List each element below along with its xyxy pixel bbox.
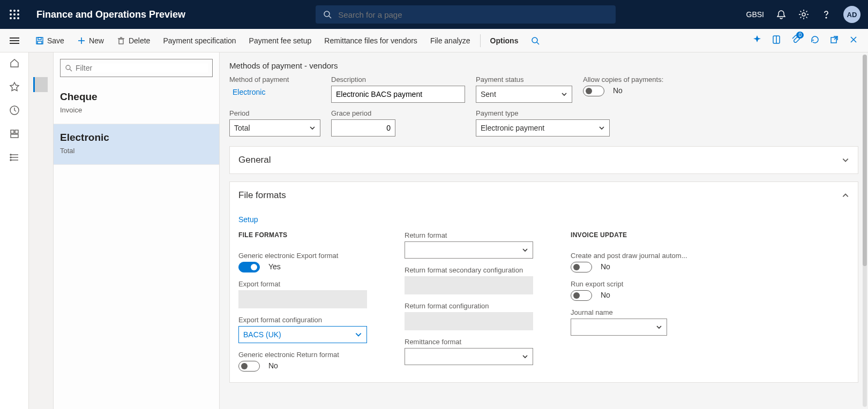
setup-link[interactable]: Setup xyxy=(238,215,258,224)
remittance-files-button[interactable]: Remittance files for vendors xyxy=(318,29,424,52)
options-button[interactable]: Options xyxy=(484,29,525,52)
popout-icon[interactable] xyxy=(829,35,839,46)
svg-rect-18 xyxy=(119,39,123,44)
generic-export-toggle[interactable] xyxy=(238,262,260,272)
svg-line-26 xyxy=(834,36,837,40)
field-label: Return format xyxy=(405,231,538,239)
bell-icon[interactable] xyxy=(776,9,787,20)
field-label: Create and post draw journal autom... xyxy=(571,252,705,260)
list-item-sub: Invoice xyxy=(60,106,213,114)
period-select[interactable]: Total xyxy=(229,119,320,137)
svg-point-0 xyxy=(10,10,12,12)
page-options-icon[interactable] xyxy=(772,35,781,46)
general-section-header[interactable]: General xyxy=(230,147,858,173)
svg-line-22 xyxy=(537,42,539,44)
app-title: Finance and Operations Preview xyxy=(36,9,185,20)
find-button[interactable] xyxy=(525,29,546,52)
help-icon[interactable] xyxy=(821,9,832,20)
field-label: Return format secondary configuration xyxy=(405,266,538,274)
section-heading: FILE FORMATS xyxy=(238,231,372,239)
chevron-down-icon xyxy=(355,331,362,338)
list-filter-input[interactable] xyxy=(76,64,208,72)
scrollbar[interactable] xyxy=(863,55,867,407)
search-icon xyxy=(323,10,332,19)
field-label: Generic electronic Export format xyxy=(238,252,372,260)
refresh-icon[interactable] xyxy=(810,35,820,46)
svg-point-9 xyxy=(324,11,330,17)
field-label: Return format configuration xyxy=(405,302,538,310)
gear-icon[interactable] xyxy=(798,9,809,20)
workspaces-icon[interactable] xyxy=(9,128,20,139)
field-label: Remittance format xyxy=(405,338,538,346)
list-item-title: Electronic xyxy=(60,132,213,143)
section-heading: INVOICE UPDATE xyxy=(571,231,705,239)
list-filter[interactable] xyxy=(60,59,213,77)
field-label: Export format configuration xyxy=(238,316,372,324)
method-of-payment-link[interactable]: Electronic xyxy=(229,86,320,99)
delete-button[interactable]: Delete xyxy=(110,29,156,52)
close-icon[interactable] xyxy=(849,35,858,46)
recent-icon[interactable] xyxy=(9,105,20,116)
chevron-down-icon xyxy=(842,156,849,164)
grace-period-input[interactable] xyxy=(331,119,395,137)
global-search[interactable] xyxy=(316,5,616,24)
payment-fee-setup-button[interactable]: Payment fee setup xyxy=(243,29,318,52)
payment-type-select[interactable]: Electronic payment xyxy=(476,119,610,137)
save-button[interactable]: Save xyxy=(29,29,71,52)
return-config-input xyxy=(405,312,533,330)
chevron-down-icon xyxy=(598,125,605,131)
toggle-value: No xyxy=(601,291,610,299)
field-label: Grace period xyxy=(331,109,395,117)
company-picker[interactable]: GBSI xyxy=(746,10,764,19)
svg-point-36 xyxy=(10,154,11,155)
field-label: Generic electronic Return format xyxy=(238,351,372,359)
create-post-toggle[interactable] xyxy=(571,262,592,272)
global-search-input[interactable] xyxy=(338,10,608,19)
svg-point-42 xyxy=(66,65,70,70)
export-format-config-select[interactable]: BACS (UK) xyxy=(238,326,367,343)
svg-point-1 xyxy=(13,10,16,12)
new-button[interactable]: New xyxy=(71,29,110,52)
modules-icon[interactable] xyxy=(9,152,20,163)
home-icon[interactable] xyxy=(9,58,20,69)
allow-copies-toggle[interactable] xyxy=(583,86,604,96)
svg-point-37 xyxy=(10,157,11,158)
app-launcher-icon[interactable] xyxy=(0,9,29,20)
star-icon[interactable] xyxy=(9,81,20,92)
generic-return-toggle[interactable] xyxy=(238,361,260,372)
journal-name-select[interactable] xyxy=(571,319,667,336)
field-label: Allow copies of payments: xyxy=(583,75,701,84)
svg-line-10 xyxy=(329,16,331,18)
attachments-icon[interactable]: 0 xyxy=(791,35,800,46)
list-item-title: Cheque xyxy=(60,91,213,103)
file-formats-section-header[interactable]: File formats xyxy=(230,182,858,209)
return-format-select[interactable] xyxy=(405,241,533,259)
avatar[interactable]: AD xyxy=(843,6,860,23)
toggle-value: No xyxy=(613,86,623,95)
svg-point-11 xyxy=(802,13,805,16)
field-label: Payment type xyxy=(476,109,610,117)
chevron-down-icon xyxy=(309,125,316,131)
field-label: Period xyxy=(229,109,320,117)
svg-rect-14 xyxy=(38,37,41,40)
svg-point-6 xyxy=(10,17,12,19)
description-input[interactable] xyxy=(331,86,465,103)
payment-specification-button[interactable]: Payment specification xyxy=(156,29,242,52)
svg-point-21 xyxy=(532,37,537,43)
copilot-icon[interactable] xyxy=(752,35,762,46)
run-export-toggle[interactable] xyxy=(571,290,592,301)
svg-point-4 xyxy=(13,13,16,16)
list-item[interactable]: Electronic Total xyxy=(54,124,219,165)
hamburger-icon[interactable] xyxy=(6,37,23,44)
svg-rect-32 xyxy=(11,134,18,138)
remittance-format-select[interactable] xyxy=(405,348,533,365)
list-view-icon[interactable] xyxy=(33,77,48,92)
list-item[interactable]: Cheque Invoice xyxy=(54,84,219,124)
svg-point-12 xyxy=(826,17,827,18)
chevron-down-icon xyxy=(522,247,528,253)
payment-status-select[interactable]: Sent xyxy=(476,86,572,103)
list-item-sub: Total xyxy=(60,147,213,155)
svg-point-38 xyxy=(10,160,11,161)
svg-line-43 xyxy=(70,69,72,71)
file-analyze-button[interactable]: File analyze xyxy=(424,29,477,52)
